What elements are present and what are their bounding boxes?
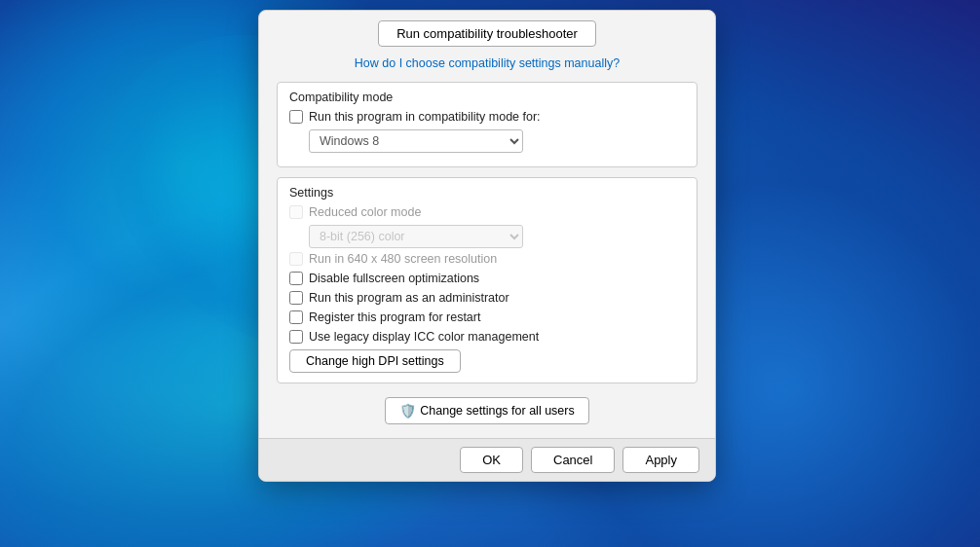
run-admin-row: Run this program as an administrator	[289, 291, 685, 305]
legacy-display-checkbox[interactable]	[289, 330, 303, 344]
change-settings-button[interactable]: 🛡️ Change settings for all users	[385, 397, 588, 424]
legacy-display-label[interactable]: Use legacy display ICC color management	[309, 330, 539, 344]
compatibility-mode-row: Run this program in compatibility mode f…	[289, 110, 685, 124]
compatibility-mode-label: Compatibility mode	[289, 91, 685, 104]
compatibility-dialog: Run compatibility troubleshooter How do …	[258, 10, 716, 482]
reduced-color-row: Reduced color mode	[289, 205, 685, 219]
ok-button[interactable]: OK	[460, 447, 523, 473]
cancel-button[interactable]: Cancel	[531, 447, 615, 473]
change-settings-label: Change settings for all users	[420, 404, 574, 418]
help-link[interactable]: How do I choose compatibility settings m…	[277, 56, 697, 70]
reduced-color-checkbox[interactable]	[289, 205, 303, 219]
reduced-color-label[interactable]: Reduced color mode	[309, 205, 421, 219]
register-restart-row: Register this program for restart	[289, 310, 685, 324]
compatibility-mode-checkbox-label[interactable]: Run this program in compatibility mode f…	[309, 110, 541, 124]
resolution-checkbox[interactable]	[289, 252, 303, 266]
change-settings-wrapper: 🛡️ Change settings for all users	[277, 393, 697, 424]
compatibility-mode-section: Compatibility mode Run this program in c…	[277, 82, 697, 167]
settings-label: Settings	[289, 186, 685, 200]
disable-fullscreen-label[interactable]: Disable fullscreen optimizations	[309, 272, 479, 285]
disable-fullscreen-row: Disable fullscreen optimizations	[289, 272, 685, 285]
resolution-row: Run in 640 x 480 screen resolution	[289, 252, 685, 266]
run-admin-label[interactable]: Run this program as an administrator	[309, 291, 509, 305]
register-restart-checkbox[interactable]	[289, 310, 303, 324]
apply-button[interactable]: Apply	[622, 447, 699, 473]
dialog-footer: OK Cancel Apply	[259, 438, 715, 481]
legacy-display-row: Use legacy display ICC color management	[289, 330, 685, 344]
register-restart-label[interactable]: Register this program for restart	[309, 310, 480, 324]
color-dropdown-wrapper: 8-bit (256) color	[309, 225, 685, 248]
run-admin-checkbox[interactable]	[289, 291, 303, 305]
resolution-label[interactable]: Run in 640 x 480 screen resolution	[309, 252, 497, 266]
compatibility-mode-checkbox[interactable]	[289, 110, 303, 124]
compatibility-dropdown[interactable]: Windows 8 Windows 7 Windows Vista (SP2) …	[309, 129, 523, 153]
compatibility-dropdown-wrapper: Windows 8 Windows 7 Windows Vista (SP2) …	[309, 129, 685, 153]
settings-section: Settings Reduced color mode 8-bit (256) …	[277, 177, 697, 383]
change-dpi-button[interactable]: Change high DPI settings	[289, 349, 461, 373]
disable-fullscreen-checkbox[interactable]	[289, 272, 303, 285]
color-dropdown[interactable]: 8-bit (256) color	[309, 225, 523, 248]
run-troubleshooter-button[interactable]: Run compatibility troubleshooter	[378, 20, 596, 47]
shield-icon: 🛡️	[399, 403, 416, 419]
